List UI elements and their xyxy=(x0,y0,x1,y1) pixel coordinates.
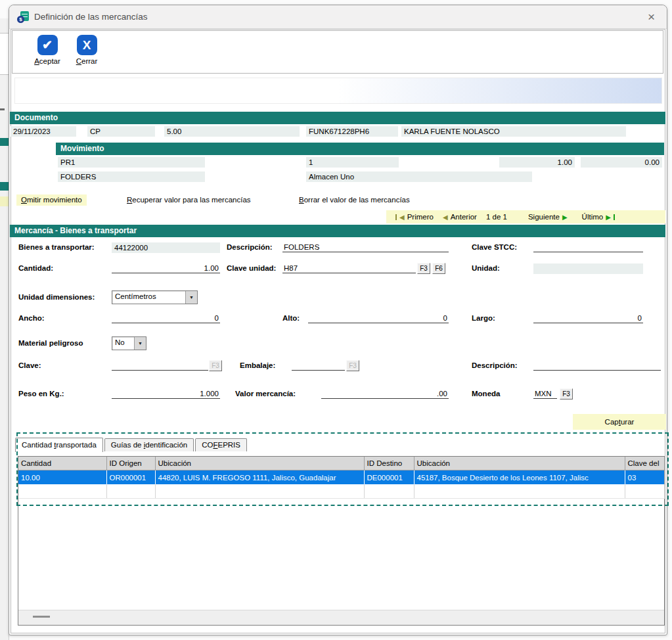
movimiento-producto-codigo-field[interactable]: PR1 xyxy=(58,157,205,168)
moneda-f3-button[interactable]: F3 xyxy=(560,388,573,400)
documento-cliente-field[interactable]: KARLA FUENTE NOLASCO xyxy=(401,126,626,137)
check-icon: ✔ xyxy=(37,35,58,55)
table-row[interactable]: 10.00OR00000144820, LUIS M. FREGOSO 1111… xyxy=(18,470,664,485)
movimiento-producto-nombre-field[interactable]: FOLDERS xyxy=(58,171,205,182)
title-bar: $ Definición de las mercancías × xyxy=(9,5,667,29)
clave-stcc-field[interactable] xyxy=(533,242,643,252)
cerrar-label: Cerrar xyxy=(76,57,98,65)
embalaje-f3-button: F3 xyxy=(346,360,359,371)
record-navigator: ◀ Primero ◀ Anterior 1 de 1 Siguiente ▶ … xyxy=(386,210,665,223)
scrollbar-thumb[interactable] xyxy=(33,616,50,618)
embalaje-label: Embalaje: xyxy=(240,361,275,369)
dialog-window: $ Definición de las mercancías × ✔ Acept… xyxy=(9,5,667,635)
column-header[interactable]: Ubicación xyxy=(155,457,364,470)
movimiento-section-header: Movimiento xyxy=(56,143,664,155)
tab-gu-as-de-identificaci-n[interactable]: Guías de identificación xyxy=(104,438,194,451)
movimiento-importe-field[interactable]: 0.00 xyxy=(581,157,662,168)
anterior-button[interactable]: ◀ Anterior xyxy=(443,213,477,221)
bienes-label: Bienes a transportar: xyxy=(18,243,95,251)
chevron-down-icon[interactable]: ▼ xyxy=(134,337,146,350)
record-position: 1 de 1 xyxy=(486,213,507,221)
omitir-movimiento-button[interactable]: Omitir movimiento xyxy=(16,194,87,206)
ultimo-button[interactable]: Último ▶ xyxy=(582,213,615,221)
cantidad-field[interactable]: 1.00 xyxy=(112,263,220,273)
descripcion-label: Descripción: xyxy=(227,243,273,251)
alto-field[interactable]: 0 xyxy=(308,313,449,323)
table-header-row: CantidadID OrigenUbicaciónID DestinoUbic… xyxy=(18,457,664,470)
first-icon xyxy=(395,214,397,220)
aceptar-button[interactable]: ✔ Aceptar xyxy=(28,35,66,65)
tab-cofepris[interactable]: COFEPRIS xyxy=(195,438,247,451)
background-fragment xyxy=(0,182,9,191)
cerrar-button[interactable]: X Cerrar xyxy=(68,35,106,65)
close-icon[interactable]: × xyxy=(644,11,659,23)
siguiente-button[interactable]: Siguiente ▶ xyxy=(528,213,568,221)
bienes-field[interactable]: 44122000 xyxy=(112,242,220,253)
documento-tipo-field[interactable]: CP xyxy=(87,126,155,137)
dollar-icon: $ xyxy=(17,16,24,23)
documento-numero-field[interactable]: 5.00 xyxy=(164,126,300,137)
movimiento-cantidad-field[interactable]: 1.00 xyxy=(499,157,575,168)
column-header[interactable]: Cantidad xyxy=(18,457,106,470)
descripcion-material-field[interactable] xyxy=(533,361,661,371)
table-row-empty[interactable] xyxy=(18,484,664,499)
primero-button[interactable]: ◀ Primero xyxy=(395,213,434,221)
data-table: CantidadID OrigenUbicaciónID DestinoUbic… xyxy=(18,457,665,499)
valor-mercancia-label: Valor mercancía: xyxy=(235,390,296,398)
prev-icon: ◀ xyxy=(443,214,448,221)
clave-field[interactable] xyxy=(112,361,208,371)
material-peligroso-select[interactable]: No ▼ xyxy=(112,336,146,350)
info-banner xyxy=(14,78,662,104)
column-header[interactable]: ID Origen xyxy=(106,457,155,470)
alto-label: Alto: xyxy=(282,314,300,322)
clave-unidad-field[interactable]: H87 xyxy=(282,263,416,273)
mercancia-section-header: Mercancía - Bienes a transportar xyxy=(10,225,665,237)
ancho-label: Ancho: xyxy=(18,314,45,322)
borrar-valor-button[interactable]: Borrar el valor de las mercancías xyxy=(299,194,410,206)
column-header[interactable]: Ubicación xyxy=(414,457,625,470)
background-fragment xyxy=(0,138,9,146)
clave-unidad-f6-button[interactable]: F6 xyxy=(432,263,445,274)
peso-field[interactable]: 1.000 xyxy=(112,389,220,399)
clave-label: Clave: xyxy=(18,361,41,369)
tab-strip: Cantidad transportadaGuías de identifica… xyxy=(15,438,248,451)
window-title: Definición de las mercancías xyxy=(34,12,148,22)
unidad-dimensiones-select[interactable]: Centímetros ▼ xyxy=(112,290,198,304)
column-header[interactable]: ID Destino xyxy=(364,457,414,470)
documento-section-header: Documento xyxy=(10,112,665,124)
embalaje-field[interactable] xyxy=(292,361,345,371)
x-icon: X xyxy=(77,35,97,55)
unidad-dimensiones-label: Unidad dimensiones: xyxy=(18,293,95,301)
movimiento-consecutivo-field[interactable]: 1 xyxy=(306,157,399,168)
recuperar-valor-button[interactable]: Recuperar valor para las mercancías xyxy=(127,194,251,206)
movimiento-almacen-field[interactable]: Almacen Uno xyxy=(306,171,532,182)
chevron-down-icon[interactable]: ▼ xyxy=(185,291,197,304)
material-peligroso-label: Material peligroso xyxy=(18,339,83,347)
background-fragment xyxy=(0,108,5,110)
background-fragment xyxy=(0,196,9,206)
descripcion-field[interactable]: FOLDERS xyxy=(282,242,449,252)
unidad-label: Unidad: xyxy=(472,264,500,272)
aceptar-label: Aceptar xyxy=(34,57,60,65)
ancho-field[interactable]: 0 xyxy=(112,313,220,323)
clave-f3-button: F3 xyxy=(209,360,222,371)
column-header[interactable]: Clave del xyxy=(625,457,664,470)
documento-fecha-field[interactable]: 29/11/2023 xyxy=(11,126,76,137)
next-icon: ▶ xyxy=(562,214,568,221)
documento-rfc-field[interactable]: FUNK671228PH6 xyxy=(306,126,398,137)
clave-unidad-f3-button[interactable]: F3 xyxy=(417,263,430,274)
horizontal-scrollbar[interactable] xyxy=(18,610,664,625)
descripcion-material-label: Descripción: xyxy=(472,361,518,369)
unidad-field xyxy=(533,263,643,274)
valor-mercancia-field[interactable]: .00 xyxy=(321,389,449,399)
app-icon: $ xyxy=(17,11,29,23)
largo-field[interactable]: 0 xyxy=(533,313,643,323)
peso-label: Peso en Kg.: xyxy=(18,390,64,398)
moneda-field[interactable]: MXN xyxy=(533,389,557,399)
moneda-label: Moneda xyxy=(472,390,500,398)
capturar-button[interactable]: Capturar xyxy=(573,414,666,430)
tab-cantidad-transportada[interactable]: Cantidad transportada xyxy=(15,438,103,452)
cantidad-label: Cantidad: xyxy=(18,264,53,272)
background-fragment xyxy=(0,33,9,75)
largo-label: Largo: xyxy=(472,314,495,322)
